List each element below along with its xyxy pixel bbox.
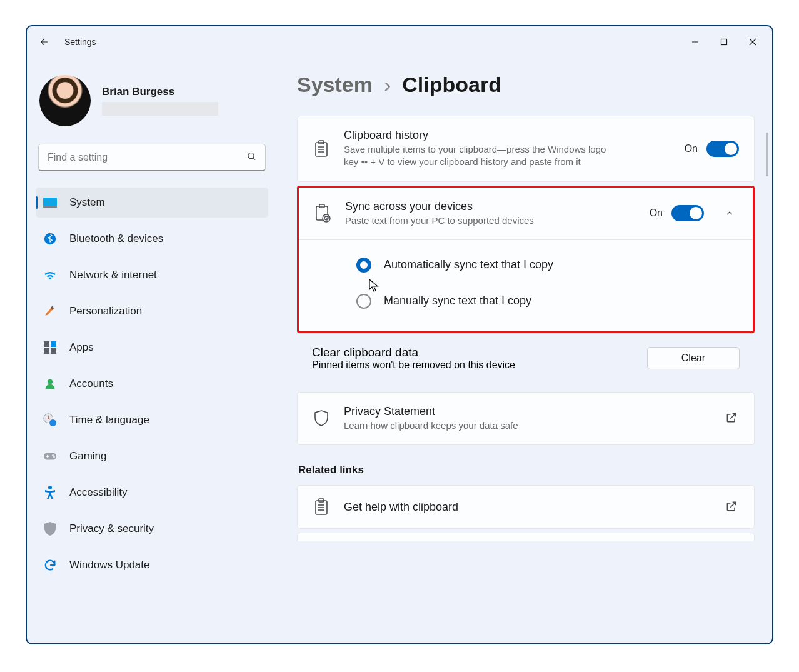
breadcrumb: System › Clipboard (297, 73, 761, 97)
breadcrumb-parent[interactable]: System (297, 73, 373, 97)
bluetooth-icon (43, 232, 57, 246)
avatar (39, 75, 91, 126)
radio-auto-sync[interactable]: Automatically sync text that I copy (356, 258, 738, 273)
chevron-right-icon: › (384, 73, 391, 97)
sidebar-item-label: Windows Update (69, 559, 150, 571)
svg-point-18 (52, 454, 54, 456)
highlight-box: Sync across your devices Paste text from… (297, 186, 755, 333)
search-box[interactable] (38, 144, 266, 171)
sync-options: Automatically sync text that I copy Manu… (299, 239, 753, 331)
setting-description: Learn how clipboard keeps your data safe (344, 419, 711, 432)
privacy-statement-card[interactable]: Privacy Statement Learn how clipboard ke… (297, 392, 755, 445)
svg-rect-1 (721, 39, 727, 45)
sync-devices-card: Sync across your devices Paste text from… (299, 188, 753, 331)
collapse-button[interactable] (721, 205, 738, 221)
related-links-heading: Related links (298, 464, 755, 476)
external-link-icon (725, 500, 739, 514)
toggle-state-label: On (650, 208, 663, 219)
sidebar-item-label: Bluetooth & devices (69, 233, 163, 245)
sidebar: Brian Burgess System (27, 58, 277, 643)
search-icon (246, 151, 257, 164)
titlebar: Settings (27, 26, 772, 58)
scrollbar[interactable] (766, 133, 768, 176)
maximize-button[interactable] (710, 32, 738, 52)
svg-point-20 (48, 486, 52, 489)
mouse-cursor-icon (369, 279, 380, 293)
sidebar-item-windows-update[interactable]: Windows Update (36, 550, 268, 580)
gamepad-icon (43, 449, 57, 463)
sidebar-item-label: Accessibility (69, 486, 128, 499)
setting-title: Sync across your devices (345, 200, 636, 213)
update-icon (43, 558, 57, 572)
shield-icon (43, 522, 57, 536)
radio-label: Manually sync text that I copy (384, 294, 531, 308)
clipboard-history-card: Clipboard history Save multiple items to… (297, 116, 755, 182)
get-help-card[interactable]: Get help with clipboard (297, 485, 755, 529)
toggle-state-label: On (685, 143, 698, 154)
user-email-redacted (102, 102, 218, 116)
svg-rect-12 (44, 348, 49, 354)
close-button[interactable] (738, 32, 767, 52)
sidebar-item-network[interactable]: Network & internet (36, 260, 268, 290)
clipboard-history-toggle[interactable] (706, 141, 739, 157)
accessibility-icon (43, 486, 57, 499)
back-button[interactable] (32, 29, 57, 54)
svg-rect-6 (43, 198, 57, 206)
breadcrumb-current: Clipboard (402, 73, 501, 97)
sidebar-item-label: Network & internet (69, 269, 157, 281)
sidebar-item-label: Apps (69, 341, 94, 354)
sidebar-item-bluetooth[interactable]: Bluetooth & devices (36, 224, 268, 254)
user-profile[interactable]: Brian Burgess (36, 69, 268, 141)
sidebar-item-gaming[interactable]: Gaming (36, 441, 268, 471)
setting-description: Pinned items won't be removed on this de… (312, 359, 515, 371)
sidebar-item-system[interactable]: System (36, 188, 268, 218)
sidebar-item-accessibility[interactable]: Accessibility (36, 478, 268, 508)
svg-line-5 (253, 158, 255, 159)
sidebar-item-label: Gaming (69, 450, 107, 463)
setting-description: Save multiple items to your clipboard—pr… (344, 143, 606, 169)
sidebar-item-label: System (69, 196, 105, 209)
sidebar-item-label: Accounts (69, 378, 113, 390)
clipboard-icon (313, 498, 330, 516)
svg-rect-10 (44, 341, 49, 347)
clipboard-icon (313, 140, 330, 158)
user-name: Brian Burgess (102, 86, 218, 98)
display-icon (43, 196, 57, 209)
clear-button[interactable]: Clear (647, 347, 740, 369)
clock-globe-icon (43, 413, 57, 427)
sidebar-item-accounts[interactable]: Accounts (36, 369, 268, 399)
app-title: Settings (64, 37, 96, 47)
partial-card (297, 533, 755, 541)
radio-manual-sync[interactable]: Manually sync text that I copy (356, 294, 738, 309)
setting-title: Clipboard history (344, 129, 671, 142)
radio-dot-icon (356, 258, 371, 273)
clear-clipboard-row: Clear clipboard data Pinned items won't … (297, 337, 755, 392)
apps-icon (43, 341, 57, 354)
svg-rect-7 (43, 206, 57, 208)
svg-point-4 (248, 153, 254, 158)
nav: System Bluetooth & devices Network & int… (36, 188, 268, 580)
sidebar-item-privacy[interactable]: Privacy & security (36, 514, 268, 544)
link-title: Get help with clipboard (344, 501, 711, 514)
radio-dot-icon (356, 294, 371, 309)
svg-point-16 (49, 419, 56, 426)
sidebar-item-apps[interactable]: Apps (36, 333, 268, 363)
sync-toggle[interactable] (671, 205, 704, 221)
search-input[interactable] (38, 144, 266, 171)
sidebar-item-label: Time & language (69, 414, 149, 426)
external-link-icon (725, 411, 739, 425)
setting-title: Clear clipboard data (312, 346, 515, 359)
sidebar-item-label: Privacy & security (69, 523, 154, 535)
svg-rect-11 (51, 341, 56, 347)
minimize-button[interactable] (681, 32, 710, 52)
setting-title: Privacy Statement (344, 405, 711, 418)
svg-rect-13 (51, 348, 56, 354)
shield-outline-icon (313, 409, 330, 427)
person-icon (43, 377, 57, 391)
sidebar-item-personalization[interactable]: Personalization (36, 296, 268, 326)
sidebar-item-label: Personalization (69, 305, 142, 318)
wifi-icon (43, 268, 57, 282)
radio-label: Automatically sync text that I copy (384, 258, 553, 271)
svg-point-19 (53, 456, 55, 458)
sidebar-item-time-language[interactable]: Time & language (36, 405, 268, 435)
